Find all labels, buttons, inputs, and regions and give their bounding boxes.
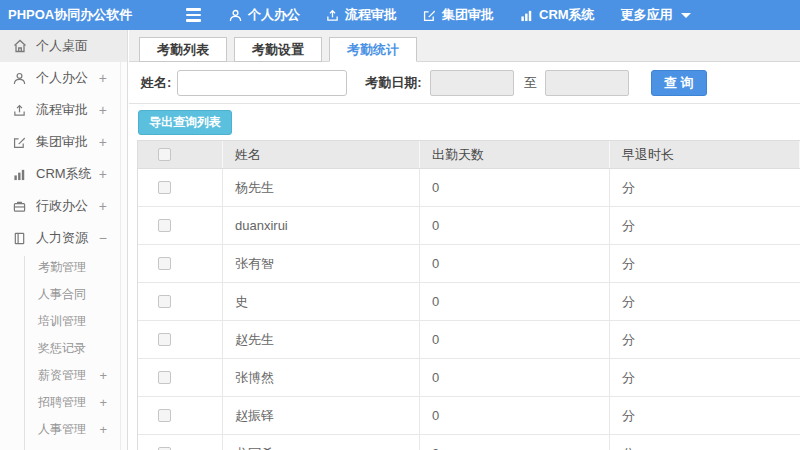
cell-duration: 分: [610, 435, 800, 450]
table-row: 龙冠希 0 分: [138, 435, 800, 450]
sidebar-subitem-basic-category[interactable]: 基础类别设置 +: [0, 443, 127, 450]
topnav-crm-system[interactable]: CRM系统: [520, 6, 595, 24]
cell-days: 0: [420, 321, 610, 358]
main-content: 考勤列表 考勤设置 考勤统计 姓名: 考勤日期: 至 查 询 导出查询列表 姓名…: [129, 30, 800, 450]
attendance-table: 姓名 出勤天数 早退时长 杨先生 0 分 duanxirui 0 分 张有智 0…: [137, 140, 800, 450]
cell-days: 0: [420, 207, 610, 244]
date-from-input[interactable]: [430, 70, 514, 96]
edit-icon: [423, 9, 436, 22]
expand-toggle[interactable]: +: [99, 166, 107, 182]
cell-days: 0: [420, 169, 610, 206]
row-checkbox[interactable]: [158, 219, 171, 232]
sidebar-item-label: 流程审批: [36, 101, 99, 119]
topnav-personal-office[interactable]: 个人办公: [229, 6, 300, 24]
sidebar-item-personal-office[interactable]: 个人办公 +: [0, 62, 127, 94]
cell-name: 杨先生: [223, 169, 420, 206]
name-input[interactable]: [177, 70, 347, 96]
edit-icon: [13, 136, 28, 149]
top-bar: PHPOA协同办公软件 个人办公 流程审批 集团审批: [0, 0, 800, 30]
sidebar-subitem-training-mgmt[interactable]: 培训管理: [0, 308, 127, 335]
briefcase-icon: [13, 200, 28, 213]
to-label: 至: [524, 74, 537, 92]
sidebar-subitem-label: 招聘管理: [38, 394, 99, 411]
topnav-more-apps[interactable]: 更多应用: [621, 6, 691, 24]
expand-toggle[interactable]: +: [99, 134, 107, 150]
sidebar-subitem-label: 薪资管理: [38, 367, 99, 384]
topnav-group-approval[interactable]: 集团审批: [423, 6, 494, 24]
sidebar-item-label: 个人桌面: [36, 37, 107, 55]
table-row: 张博然 0 分: [138, 359, 800, 397]
row-checkbox[interactable]: [158, 181, 171, 194]
sidebar-item-human-resources[interactable]: 人力资源 −: [0, 222, 127, 254]
cell-name: 张博然: [223, 359, 420, 396]
tab-attendance-settings[interactable]: 考勤设置: [234, 37, 322, 62]
expand-toggle[interactable]: −: [99, 230, 107, 246]
select-all-checkbox[interactable]: [158, 148, 171, 161]
cell-duration: 分: [610, 207, 800, 244]
cell-days: 0: [420, 435, 610, 450]
export-list-button[interactable]: 导出查询列表: [138, 110, 232, 135]
table-row: duanxirui 0 分: [138, 207, 800, 245]
expand-toggle[interactable]: +: [99, 368, 107, 383]
cell-duration: 分: [610, 169, 800, 206]
expand-toggle[interactable]: +: [99, 70, 107, 86]
hamburger-menu-icon[interactable]: [186, 8, 201, 22]
row-checkbox[interactable]: [158, 333, 171, 346]
home-icon: [13, 39, 28, 53]
sidebar-submenu-hr: 考勤管理 人事合同 培训管理 奖惩记录 薪资管理 + 招聘管理 + 人事管理 +…: [0, 254, 127, 450]
search-button[interactable]: 查 询: [651, 70, 707, 96]
cell-name: 赵先生: [223, 321, 420, 358]
header-duration: 早退时长: [610, 141, 800, 168]
name-label: 姓名:: [141, 74, 171, 92]
sidebar-item-crm-system[interactable]: CRM系统 +: [0, 158, 127, 190]
expand-toggle[interactable]: +: [99, 395, 107, 410]
sidebar-item-label: 个人办公: [36, 69, 99, 87]
sidebar-subitem-hr-contract[interactable]: 人事合同: [0, 281, 127, 308]
topnav-label: 更多应用: [621, 6, 673, 24]
address-book-icon: [13, 232, 28, 245]
sidebar-subitem-attendance-mgmt[interactable]: 考勤管理: [0, 254, 127, 281]
sidebar-item-workflow-approval[interactable]: 流程审批 +: [0, 94, 127, 126]
row-checkbox[interactable]: [158, 257, 171, 270]
date-to-input[interactable]: [545, 70, 629, 96]
sidebar-subitem-salary-mgmt[interactable]: 薪资管理 +: [0, 362, 127, 389]
sidebar-subitem-reward-punish[interactable]: 奖惩记录: [0, 335, 127, 362]
sidebar-item-personal-desktop[interactable]: 个人桌面: [0, 30, 127, 62]
sidebar-item-admin-office[interactable]: 行政办公 +: [0, 190, 127, 222]
table-header-row: 姓名 出勤天数 早退时长: [138, 141, 800, 169]
sidebar: 个人桌面 个人办公 + 流程审批 + 集团审批 + CRM系统: [0, 30, 128, 450]
tab-bar: 考勤列表 考勤设置 考勤统计: [129, 30, 800, 62]
expand-toggle[interactable]: +: [99, 102, 107, 118]
cell-duration: 分: [610, 245, 800, 282]
sidebar-subitem-personnel-mgmt[interactable]: 人事管理 +: [0, 416, 127, 443]
sidebar-subitem-recruit-mgmt[interactable]: 招聘管理 +: [0, 389, 127, 416]
bar-chart-icon: [13, 168, 28, 181]
app-title: PHPOA协同办公软件: [0, 6, 128, 24]
cell-name: 龙冠希: [223, 435, 420, 450]
sidebar-item-label: 行政办公: [36, 197, 99, 215]
topnav-workflow-approval[interactable]: 流程审批: [326, 6, 397, 24]
row-checkbox[interactable]: [158, 295, 171, 308]
sidebar-item-label: 人力资源: [36, 229, 99, 247]
user-icon: [229, 9, 242, 22]
topnav-label: 流程审批: [345, 6, 397, 24]
cell-duration: 分: [610, 321, 800, 358]
cell-days: 0: [420, 283, 610, 320]
row-checkbox[interactable]: [158, 409, 171, 422]
table-row: 赵振铎 0 分: [138, 397, 800, 435]
sidebar-subitem-label: 人事管理: [38, 421, 99, 438]
expand-toggle[interactable]: +: [99, 422, 107, 437]
upload-icon: [13, 104, 28, 117]
sidebar-item-label: CRM系统: [36, 165, 99, 183]
caret-down-icon: [681, 13, 691, 18]
sidebar-item-group-approval[interactable]: 集团审批 +: [0, 126, 127, 158]
sidebar-item-label: 集团审批: [36, 133, 99, 151]
toolbar: 导出查询列表: [129, 104, 800, 140]
expand-toggle[interactable]: +: [99, 198, 107, 214]
sidebar-subitem-label: 人事合同: [38, 286, 107, 303]
topnav-label: 个人办公: [248, 6, 300, 24]
tab-attendance-list[interactable]: 考勤列表: [139, 37, 227, 62]
cell-days: 0: [420, 397, 610, 434]
tab-attendance-stats[interactable]: 考勤统计: [329, 37, 417, 62]
row-checkbox[interactable]: [158, 371, 171, 384]
